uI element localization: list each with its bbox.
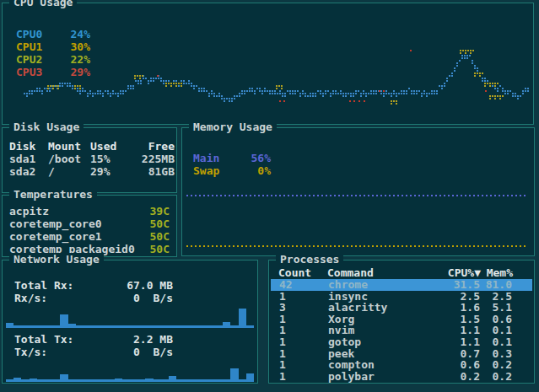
graph-dot bbox=[254, 93, 256, 94]
process-row[interactable]: 1compton0.60.2 bbox=[271, 359, 532, 371]
graph-dot bbox=[380, 90, 382, 92]
graph-dot bbox=[401, 90, 402, 92]
network-bar bbox=[215, 379, 223, 382]
graph-dot bbox=[515, 93, 516, 94]
sensor-name: coretemp_core1 bbox=[9, 230, 102, 243]
graph-dot bbox=[315, 95, 316, 97]
graph-dot bbox=[289, 90, 291, 92]
temperature-row: coretemp_core150C bbox=[3, 230, 176, 243]
network-bar bbox=[99, 379, 106, 382]
process-cpu-pct: 1.6 bbox=[421, 302, 480, 314]
network-bar bbox=[106, 379, 114, 382]
graph-dot bbox=[57, 88, 59, 89]
process-row[interactable]: 1polybar0.20.2 bbox=[271, 371, 532, 383]
process-row[interactable]: 42chrome31.581.0 bbox=[271, 279, 532, 291]
graph-dot bbox=[165, 83, 167, 84]
graph-dot bbox=[315, 93, 316, 94]
graph-dot bbox=[49, 90, 51, 92]
graph-dot bbox=[466, 57, 468, 59]
process-row[interactable]: 1nvim1.10.1 bbox=[271, 325, 532, 336]
graph-dot bbox=[110, 93, 111, 94]
network-bar bbox=[52, 325, 60, 328]
graph-dot bbox=[363, 93, 364, 94]
graph-dot bbox=[391, 93, 392, 94]
disk-cell: 29% bbox=[90, 165, 127, 178]
process-row[interactable]: 1Xorg1.50.6 bbox=[271, 314, 532, 325]
graph-dot bbox=[67, 85, 68, 87]
disk-table-header: Disk Mount Used Free bbox=[3, 140, 176, 153]
tx-history-graph bbox=[6, 358, 254, 382]
network-bar bbox=[130, 379, 137, 382]
graph-dot bbox=[211, 93, 213, 94]
processes-header-count: Count bbox=[278, 267, 327, 279]
graph-dot bbox=[256, 88, 258, 89]
graph-dot bbox=[408, 88, 410, 89]
graph-dot bbox=[340, 90, 342, 92]
graph-dot bbox=[175, 80, 177, 82]
graph-dot bbox=[69, 83, 71, 84]
graph-dot bbox=[160, 80, 162, 82]
graph-dot bbox=[520, 95, 521, 97]
graph-dot bbox=[181, 83, 182, 84]
tx-total-line: Total Tx: 2.2 MB bbox=[3, 333, 257, 346]
processes-table-rows: 42chrome31.581.01insync2.52.53alacritty1… bbox=[271, 279, 532, 382]
network-bar bbox=[246, 325, 254, 328]
process-row[interactable]: 3alacritty1.65.1 bbox=[271, 302, 532, 314]
sensor-value: 50C bbox=[150, 243, 170, 255]
graph-dot bbox=[120, 90, 121, 92]
graph-dot bbox=[379, 90, 380, 92]
graph-dot bbox=[244, 90, 245, 92]
graph-dot bbox=[261, 93, 263, 94]
process-cpu-pct: 0.7 bbox=[421, 348, 480, 360]
graph-dot bbox=[246, 90, 248, 92]
graph-dot bbox=[460, 50, 461, 51]
network-bar bbox=[37, 325, 45, 328]
graph-dot bbox=[494, 85, 496, 87]
graph-dot bbox=[502, 90, 504, 92]
graph-dot bbox=[335, 93, 337, 94]
process-count: 1 bbox=[279, 325, 328, 336]
graph-dot bbox=[279, 90, 281, 92]
graph-dot bbox=[370, 90, 372, 92]
process-row[interactable]: 1peek0.70.3 bbox=[271, 348, 532, 360]
process-command: nvim bbox=[328, 325, 421, 336]
graph-dot bbox=[525, 90, 526, 92]
graph-dot bbox=[26, 93, 28, 94]
graph-dot bbox=[87, 93, 89, 94]
graph-dot bbox=[434, 93, 435, 94]
memory-swap-history-line bbox=[186, 245, 527, 247]
process-row[interactable]: 1insync2.52.5 bbox=[271, 291, 532, 303]
graph-dot bbox=[203, 88, 205, 89]
graph-dot bbox=[487, 83, 488, 84]
graph-dot bbox=[274, 90, 276, 92]
graph-dot bbox=[150, 78, 152, 79]
graph-dot bbox=[406, 90, 407, 92]
graph-dot bbox=[489, 83, 491, 84]
graph-dot bbox=[322, 95, 324, 97]
graph-dot bbox=[130, 88, 132, 89]
disk-row: sda1/boot15%225MB bbox=[3, 153, 176, 165]
graph-dot bbox=[157, 75, 159, 77]
graph-dot bbox=[29, 90, 30, 92]
graph-dot bbox=[173, 83, 175, 84]
graph-dot bbox=[241, 93, 243, 94]
graph-dot bbox=[29, 93, 30, 94]
process-row[interactable]: 1gotop1.10.1 bbox=[271, 336, 532, 348]
graph-dot bbox=[434, 90, 435, 92]
network-bar bbox=[169, 325, 176, 328]
graph-dot bbox=[261, 90, 263, 92]
graph-dot bbox=[158, 78, 159, 79]
process-count: 1 bbox=[279, 371, 328, 383]
disk-row: sda2/29%81GB bbox=[3, 165, 176, 178]
rx-total-line: Total Rx: 67.0 MB bbox=[3, 279, 257, 292]
process-count: 42 bbox=[279, 279, 328, 291]
graph-dot bbox=[122, 90, 124, 92]
graph-dot bbox=[358, 100, 360, 102]
graph-dot bbox=[281, 88, 283, 89]
graph-dot bbox=[191, 83, 192, 84]
graph-dot bbox=[465, 50, 466, 51]
graph-dot bbox=[163, 80, 164, 82]
graph-dot bbox=[484, 78, 486, 79]
memory-main-value: 56% bbox=[232, 152, 271, 164]
graph-dot bbox=[310, 93, 311, 94]
